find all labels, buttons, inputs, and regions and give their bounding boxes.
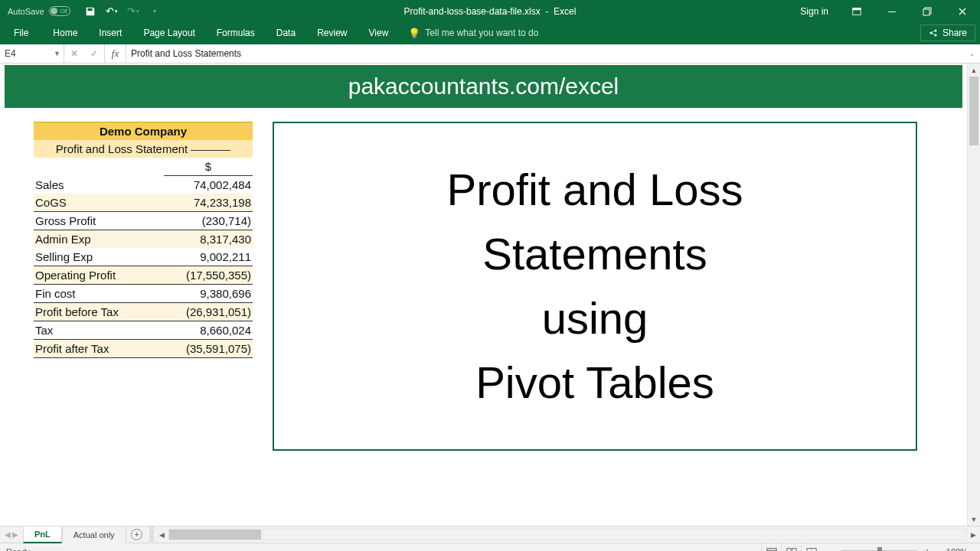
quick-access-toolbar: ↶▾ ↷▾ ▾ [78,2,164,21]
pnl-company: Demo Company [34,122,253,140]
bigbox-line1: Profit and Loss [447,158,743,222]
new-sheet-button[interactable]: + [126,529,148,540]
minimize-button[interactable] [874,0,910,22]
scroll-right-icon[interactable]: ▶ [967,528,980,541]
bigbox-line4: Pivot Tables [447,350,743,415]
table-row: Selling Exp9,002,211 [34,248,253,266]
tab-split-handle[interactable] [149,527,154,543]
tab-review[interactable]: Review [306,22,358,44]
share-icon [929,28,938,37]
share-button[interactable]: Share [920,24,975,41]
plus-icon: + [131,529,142,540]
svg-rect-1 [853,8,861,10]
sheet-tab-actual-only[interactable]: Actual only [62,527,126,543]
tab-page-layout[interactable]: Page Layout [132,22,205,44]
formula-bar: E4 ▼ ✕ ✓ fx Profit and Loss Statements ⌄ [0,44,980,64]
normal-view-button[interactable] [761,543,781,552]
zoom-control[interactable]: − + 100% [821,546,974,551]
bigbox-line3: using [447,286,743,350]
tell-me-search[interactable]: 💡 Tell me what you want to do [399,22,547,44]
autosave-label: AutoSave [8,7,44,16]
scroll-left-icon[interactable]: ◀ [155,528,168,541]
row-label: Operating Profit [34,266,164,285]
table-row: Tax8,660,024 [34,321,253,339]
vertical-scrollbar[interactable]: ▲ ▼ [967,64,980,526]
row-value: 8,660,024 [164,321,253,339]
row-label: Profit before Tax [34,302,164,321]
row-value: 74,233,198 [164,194,253,211]
row-value: 9,002,211 [164,248,253,266]
page-layout-view-button[interactable] [781,543,801,552]
nav-next-icon[interactable]: ▶ [12,530,18,539]
title-bar: AutoSave Off ↶▾ ↷▾ ▾ Profit-and-loss-bas… [0,0,980,22]
table-row: Profit after Tax(35,591,075) [34,339,253,358]
tab-file[interactable]: File [0,22,42,44]
tab-formulas[interactable]: Formulas [206,22,266,44]
close-button[interactable] [945,0,980,22]
zoom-percent[interactable]: 100% [937,547,969,552]
tab-home[interactable]: Home [42,22,88,44]
fx-button[interactable]: fx [105,44,126,63]
signin-button[interactable]: Sign in [789,6,839,17]
tab-view[interactable]: View [358,22,400,44]
row-label: Selling Exp [34,248,164,266]
enter-formula-icon[interactable]: ✓ [84,48,104,59]
name-box[interactable]: E4 ▼ [0,44,64,63]
chevron-down-icon[interactable]: ▼ [54,50,60,57]
row-label: Sales [34,176,164,194]
worksheet-area[interactable]: pakaccountants.com/excel Demo Company Pr… [0,64,967,526]
table-row: Profit before Tax(26,931,051) [34,302,253,321]
zoom-out-button[interactable]: − [825,546,836,551]
row-value: 8,317,430 [164,230,253,248]
tab-insert[interactable]: Insert [88,22,132,44]
row-value: 74,002,484 [164,176,253,194]
zoom-in-button[interactable]: + [922,546,933,551]
lightbulb-icon: 💡 [408,28,420,39]
page-break-view-button[interactable] [801,543,821,552]
tab-data[interactable]: Data [266,22,306,44]
table-row: Fin cost9,380,696 [34,285,253,302]
save-icon[interactable] [81,2,100,21]
qat-customize-icon[interactable]: ▾ [145,2,164,21]
pnl-table: Demo Company Profit and Loss Statement $… [34,122,253,451]
redo-icon[interactable]: ↷▾ [124,2,142,21]
autosave-toggle[interactable]: Off [49,6,70,16]
pnl-currency-header: $ [164,158,253,176]
row-label: Gross Profit [34,211,164,230]
ribbon-tabs: File Home Insert Page Layout Formulas Da… [0,22,980,44]
restore-button[interactable] [910,0,945,22]
svg-rect-12 [792,548,795,551]
status-ready: Ready [6,547,31,552]
status-bar: Ready − + 100% [0,543,980,551]
table-row: Operating Profit(17,550,355) [34,266,253,285]
ribbon-options-icon[interactable] [839,0,874,22]
sheet-tab-pnl[interactable]: PnL [23,527,62,543]
scroll-thumb[interactable] [969,77,978,145]
horizontal-scrollbar[interactable]: ◀ ▶ [155,528,980,541]
svg-point-7 [934,34,936,37]
scroll-up-icon[interactable]: ▲ [968,64,980,77]
svg-point-6 [934,30,936,32]
expand-formula-bar-icon[interactable]: ⌄ [969,50,975,57]
svg-rect-11 [786,548,790,551]
bigbox-line2: Statements [447,222,743,286]
autosave-control[interactable]: AutoSave Off [0,6,78,16]
table-row: Gross Profit(230,714) [34,211,253,230]
table-row: CoGS74,233,198 [34,194,253,211]
scroll-down-icon[interactable]: ▼ [968,513,980,526]
hscroll-thumb[interactable] [169,530,261,540]
pnl-subtitle: Profit and Loss Statement [34,140,253,158]
row-value: (26,931,051) [164,302,253,321]
undo-icon[interactable]: ↶▾ [103,2,121,21]
cancel-formula-icon[interactable]: ✕ [64,48,84,59]
formula-input[interactable]: Profit and Loss Statements ⌄ [126,44,980,63]
title-textbox[interactable]: Profit and Loss Statements using Pivot T… [273,122,917,451]
svg-rect-8 [766,548,776,551]
row-label: Tax [34,321,164,339]
banner: pakaccountants.com/excel [5,65,962,108]
table-row: Admin Exp8,317,430 [34,230,253,248]
row-value: (35,591,075) [164,339,253,358]
sheet-nav[interactable]: ◀ ▶ [0,530,23,539]
sheet-tabs-bar: ◀ ▶ PnL Actual only + ◀ ▶ [0,526,980,543]
nav-prev-icon[interactable]: ◀ [5,530,11,539]
